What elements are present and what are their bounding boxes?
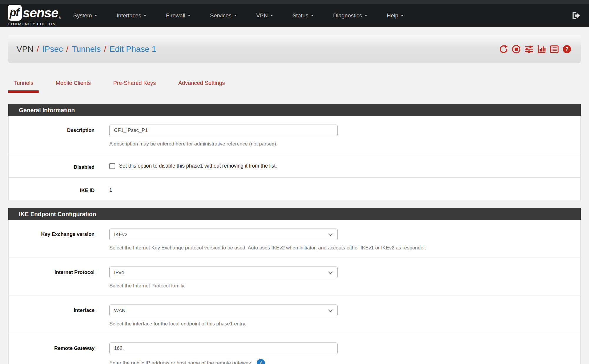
nav-item-label: Interfaces: [117, 12, 141, 19]
sign-out-icon: [571, 11, 580, 20]
nav-item-help[interactable]: Help: [387, 12, 404, 19]
nav-item-firewall[interactable]: Firewall: [166, 12, 190, 19]
list-icon[interactable]: [550, 45, 559, 54]
logout-button[interactable]: [571, 11, 580, 20]
page-action-icons: ?: [499, 45, 571, 54]
disabled-label: Disabled: [9, 161, 95, 170]
nav-item-interfaces[interactable]: Interfaces: [117, 12, 146, 19]
help-icon[interactable]: ?: [562, 45, 571, 54]
disabled-check-line: Set this option to disable this phase1 w…: [109, 161, 580, 169]
breadcrumb-tunnels[interactable]: Tunnels: [72, 44, 101, 54]
nav-item-vpn[interactable]: VPN: [256, 12, 273, 19]
main-menu: System Interfaces Firewall Services VPN …: [73, 12, 403, 19]
key-exchange-version-select[interactable]: IKEv2: [109, 229, 338, 240]
tab-pre-shared-keys[interactable]: Pre-Shared Keys: [108, 80, 161, 93]
window-top-strip: [0, 0, 589, 4]
ike-endpoint-configuration-panel: IKE Endpoint Configuration Key Exchange …: [8, 208, 581, 364]
nav-item-label: Help: [387, 12, 398, 19]
select-wrap: IPv4: [109, 267, 338, 278]
nav-item-label: Status: [293, 12, 308, 19]
breadcrumb: VPN / IPsec / Tunnels / Edit Phase 1: [17, 44, 156, 54]
nav-item-label: System: [73, 12, 92, 19]
interface-label: Interface: [9, 305, 95, 327]
remote-gateway-help: Enter the public IP address or host name…: [109, 360, 252, 364]
sliders-icon[interactable]: [524, 45, 533, 54]
chevron-down-icon: [94, 15, 97, 16]
tab-tunnels[interactable]: Tunnels: [8, 80, 39, 93]
breadcrumb-separator: /: [63, 44, 72, 54]
chevron-down-icon: [143, 15, 146, 16]
remote-gateway-label: Remote Gateway: [9, 343, 95, 364]
pf-logo-mark: pf: [8, 5, 22, 21]
key-exchange-version-row: Key Exchange version IKEv2 Select the In…: [9, 220, 580, 258]
bar-chart-icon[interactable]: [537, 45, 546, 54]
breadcrumb-vpn: VPN: [17, 44, 34, 54]
disabled-row: Disabled Set this option to disable this…: [9, 154, 580, 177]
key-exchange-version-label: Key Exchange version: [9, 229, 95, 251]
disabled-checkbox-label: Set this option to disable this phase1 w…: [119, 163, 277, 169]
info-icon[interactable]: i: [257, 359, 265, 364]
nav-item-system[interactable]: System: [73, 12, 97, 19]
breadcrumb-ipsec[interactable]: IPsec: [42, 44, 63, 54]
ike-id-value: 1: [109, 185, 580, 193]
description-row: Description A description may be entered…: [9, 116, 580, 154]
brand-subtitle: COMMUNITY EDITION: [8, 22, 61, 26]
nav-item-status[interactable]: Status: [293, 12, 314, 19]
chevron-down-icon: [270, 15, 273, 16]
panel-body: Description A description may be entered…: [8, 116, 581, 201]
chevron-down-icon: [311, 15, 314, 16]
description-input[interactable]: [109, 125, 338, 136]
internet-protocol-row: Internet Protocol IPv4 Select the Intern…: [9, 258, 580, 296]
internet-protocol-label: Internet Protocol: [9, 267, 95, 289]
disabled-checkbox[interactable]: [109, 163, 115, 169]
chevron-down-icon: [364, 15, 367, 16]
chevron-down-icon: [188, 15, 191, 16]
chevron-down-icon: [401, 15, 404, 16]
tab-advanced-settings[interactable]: Advanced Settings: [173, 80, 230, 93]
breadcrumb-separator: /: [34, 44, 42, 54]
breadcrumb-separator: /: [101, 44, 110, 54]
nav-item-diagnostics[interactable]: Diagnostics: [333, 12, 367, 19]
nav-item-label: VPN: [256, 12, 268, 19]
interface-help: Select the interface for the local endpo…: [109, 321, 580, 327]
interface-row: Interface WAN Select the interface for t…: [9, 296, 580, 334]
description-help: A description may be entered here for ad…: [109, 141, 580, 147]
interface-select[interactable]: WAN: [109, 305, 338, 316]
section-title: IKE Endpoint Configuration: [8, 208, 581, 220]
internet-protocol-select[interactable]: IPv4: [109, 267, 338, 278]
pfsense-logo[interactable]: pf sense ® COMMUNITY EDITION: [8, 5, 61, 26]
remote-gateway-row: Remote Gateway Enter the public IP addre…: [9, 334, 580, 364]
ike-id-label: IKE ID: [9, 185, 95, 193]
general-information-panel: General Information Description A descri…: [8, 104, 581, 201]
tab-mobile-clients[interactable]: Mobile Clients: [50, 80, 96, 93]
brand-name: sense: [23, 6, 58, 19]
svg-text:?: ?: [565, 46, 568, 52]
breadcrumb-edit-phase1[interactable]: Edit Phase 1: [110, 44, 156, 54]
tab-bar: Tunnels Mobile Clients Pre-Shared Keys A…: [8, 80, 581, 93]
nav-item-services[interactable]: Services: [210, 12, 237, 19]
top-navbar: pf sense ® COMMUNITY EDITION System Inte…: [0, 4, 589, 27]
nav-item-label: Firewall: [166, 12, 185, 19]
internet-protocol-help: Select the Internet Protocol family.: [109, 283, 580, 289]
panel-body: Key Exchange version IKEv2 Select the In…: [8, 220, 581, 364]
chevron-down-icon: [234, 15, 237, 16]
refresh-icon[interactable]: [499, 45, 508, 54]
breadcrumb-bar: VPN / IPsec / Tunnels / Edit Phase 1: [8, 35, 581, 63]
section-title: General Information: [8, 104, 581, 116]
description-label: Description: [9, 125, 95, 147]
select-wrap: WAN: [109, 305, 338, 316]
ike-id-row: IKE ID 1: [9, 177, 580, 201]
stop-icon[interactable]: [512, 45, 521, 54]
remote-gateway-input[interactable]: [109, 343, 338, 354]
key-exchange-version-help: Select the Internet Key Exchange protoco…: [109, 245, 580, 251]
nav-item-label: Services: [210, 12, 232, 19]
registered-mark: ®: [59, 16, 61, 19]
select-wrap: IKEv2: [109, 229, 338, 240]
nav-item-label: Diagnostics: [333, 12, 362, 19]
